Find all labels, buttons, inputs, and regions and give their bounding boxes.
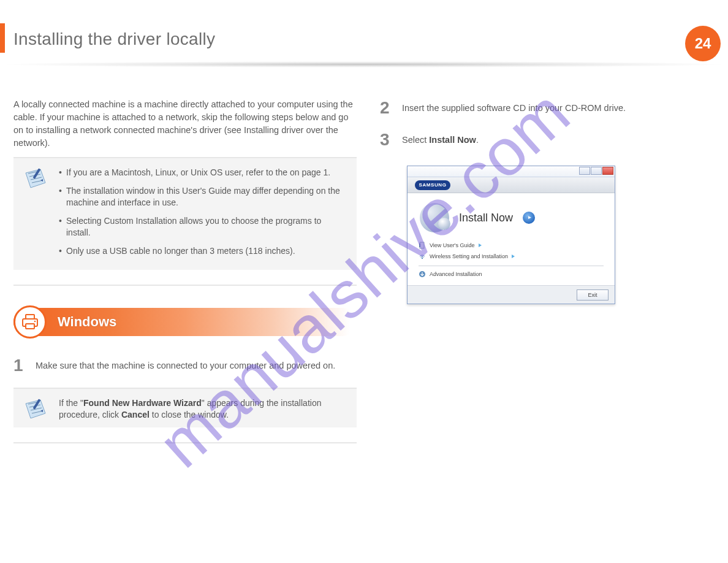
header-accent	[0, 23, 5, 53]
installer-brandbar: SAMSUNG	[408, 177, 615, 193]
play-arrow-icon	[479, 243, 482, 247]
note1-item-3: Only use a USB cable no longer than 3 me…	[59, 245, 344, 258]
exit-button[interactable]: Exit	[577, 289, 609, 301]
samsung-logo: SAMSUNG	[415, 180, 450, 190]
left-column: A locally connected machine is a machine…	[13, 98, 357, 456]
installer-footer: Exit	[408, 285, 615, 304]
cd-globe-icon	[420, 203, 449, 232]
printer-icon	[21, 313, 39, 331]
installer-rule	[419, 266, 604, 266]
minimize-button[interactable]	[579, 167, 590, 175]
guide-icon	[419, 242, 426, 249]
section-banner: Windows	[13, 305, 357, 339]
advanced-icon	[419, 270, 426, 278]
header-divider	[7, 61, 721, 67]
svg-rect-9	[419, 243, 420, 247]
note-icon	[22, 397, 49, 424]
page-title: Installing the driver locally	[13, 29, 215, 49]
svg-point-5	[34, 320, 36, 322]
svg-rect-8	[420, 242, 424, 248]
page-number: 24	[695, 35, 711, 52]
installer-body: Install Now View User's Guide Wireless S…	[408, 193, 615, 285]
wireless-setting-row[interactable]: Wireless Setting and Installation	[419, 251, 604, 262]
note-icon	[22, 167, 49, 194]
note1-item-0: If you are a Macintosh, Linux, or Unix O…	[59, 167, 344, 179]
step-1-text: Make sure that the machine is connected …	[36, 356, 335, 375]
svg-rect-4	[26, 324, 34, 329]
step-1: 1 Make sure that the machine is connecte…	[13, 356, 357, 375]
close-button[interactable]	[602, 167, 613, 175]
view-users-guide-row[interactable]: View User's Guide	[419, 240, 604, 251]
install-now-label: Install Now	[459, 212, 513, 224]
note-block-1: If you are a Macintosh, Linux, or Unix O…	[13, 158, 357, 270]
intro-paragraph: A locally connected machine is a machine…	[13, 98, 357, 150]
wireless-icon	[419, 253, 426, 260]
note1-item-1: The installation window in this User's G…	[59, 185, 344, 209]
right-column: 2 Insert the supplied software CD into y…	[380, 98, 711, 304]
maximize-button[interactable]	[591, 167, 602, 175]
note2-rule-bottom	[13, 442, 357, 443]
step-3-text: Select Install Now.	[402, 130, 479, 150]
install-now-row[interactable]: Install Now	[419, 199, 604, 240]
window-buttons	[579, 167, 613, 175]
wireless-setting-label: Wireless Setting and Installation	[430, 253, 508, 259]
step-3-number: 3	[380, 130, 402, 150]
go-arrow-icon[interactable]	[523, 212, 535, 224]
step-1-number: 1	[13, 356, 36, 375]
installer-titlebar	[408, 166, 615, 177]
play-arrow-icon	[512, 255, 515, 258]
step-2-text: Insert the supplied software CD into you…	[402, 98, 626, 118]
view-users-guide-label: View User's Guide	[430, 242, 475, 248]
note1-item-2: Selecting Custom Installation allows you…	[59, 215, 344, 239]
advanced-installation-label: Advanced Installation	[430, 271, 482, 277]
step-2: 2 Insert the supplied software CD into y…	[380, 98, 711, 118]
installer-dialog: SAMSUNG Install Now View User's Guide Wi…	[407, 166, 615, 304]
step-3: 3 Select Install Now.	[380, 130, 711, 150]
section-label: Windows	[58, 314, 116, 330]
note-rule-bottom	[13, 285, 357, 286]
svg-rect-2	[26, 315, 34, 319]
svg-point-10	[422, 258, 423, 259]
step-2-number: 2	[380, 98, 402, 118]
printer-icon-ring	[13, 305, 47, 339]
note-block-2: If the "Found New Hardware Wizard" appea…	[13, 389, 357, 427]
note2-text: If the "Found New Hardware Wizard" appea…	[59, 397, 344, 421]
page-number-bubble: 24	[685, 26, 721, 61]
advanced-installation-row[interactable]: Advanced Installation	[419, 269, 604, 283]
